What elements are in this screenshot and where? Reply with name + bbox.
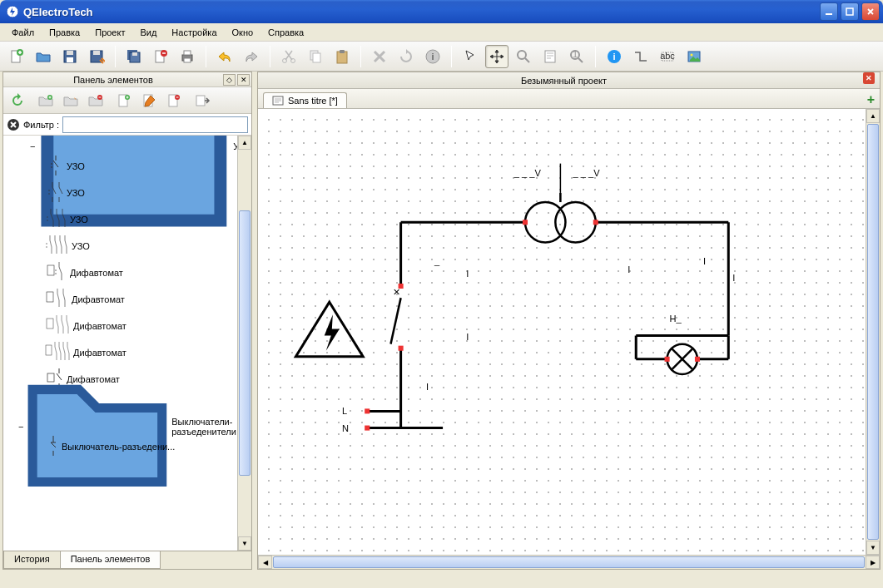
svg-rect-21 [313, 53, 320, 62]
save-button[interactable] [58, 45, 82, 68]
svg-rect-27 [545, 51, 555, 62]
panel-close-button[interactable]: ✕ [237, 74, 250, 86]
save-as-button[interactable] [85, 45, 108, 68]
sheet-tab-label: Sans titre [*] [288, 96, 338, 106]
panel-float-button[interactable]: ◇ [223, 74, 236, 86]
delete-button[interactable] [368, 45, 391, 68]
tree-item-label: УЗО [72, 241, 90, 251]
svg-text:I: I [628, 264, 630, 274]
svg-rect-84 [399, 284, 404, 289]
element-icon [45, 434, 62, 459]
new-button[interactable] [5, 45, 28, 68]
tree-item-label: УЗО [70, 215, 88, 225]
menu-project[interactable]: Проект [88, 26, 131, 39]
menu-settings[interactable]: Настройка [165, 26, 223, 39]
open-button[interactable] [32, 45, 55, 68]
window-minimize-button[interactable] [820, 2, 838, 21]
wire-tool[interactable] [629, 45, 652, 68]
panel-delete-element-button[interactable] [163, 90, 185, 111]
tree-folder[interactable]: − УЗО [30, 139, 251, 153]
menu-window[interactable]: Окно [226, 26, 260, 39]
paste-button[interactable] [330, 45, 354, 68]
svg-rect-47 [47, 319, 53, 329]
svg-rect-85 [399, 346, 404, 351]
drawing-canvas[interactable]: _ _ _V _ _ _V [258, 109, 880, 555]
zoom-reset-tool[interactable]: 1 [565, 45, 588, 68]
window-maximize-button[interactable] [841, 2, 859, 21]
menu-edit[interactable]: Правка [42, 26, 87, 39]
panel-edit-element-button[interactable] [138, 90, 160, 111]
page-tool[interactable] [538, 45, 562, 68]
tree-item[interactable]: Дифавтомат [45, 259, 251, 286]
scroll-up-icon[interactable]: ▲ [238, 136, 251, 150]
svg-text:1: 1 [573, 49, 578, 59]
svg-rect-1 [826, 13, 832, 15]
project-tab[interactable]: Безымянный проект [265, 72, 863, 88]
project-close-button[interactable]: ✕ [863, 72, 875, 84]
text-tool[interactable]: abc [656, 45, 679, 68]
scroll-down-icon[interactable]: ▼ [866, 541, 880, 555]
cut-button[interactable] [277, 45, 300, 68]
svg-point-56 [555, 202, 595, 242]
scroll-thumb[interactable] [239, 210, 251, 476]
panel-refresh-button[interactable] [7, 90, 28, 111]
add-sheet-button[interactable]: + [867, 92, 875, 107]
print-button[interactable] [176, 45, 199, 68]
sheet-tab[interactable]: Sans titre [*] [263, 92, 347, 108]
panel-delete-folder-button[interactable] [85, 90, 107, 111]
tree-item[interactable]: УЗО [45, 233, 251, 259]
rotate-button[interactable] [394, 45, 418, 68]
tab-history[interactable]: История [3, 551, 61, 569]
move-tool[interactable] [485, 45, 508, 68]
canvas-h-scrollbar[interactable]: ◀ ▶ [258, 555, 880, 569]
tree-item-label: Дифавтомат [70, 268, 123, 278]
info-button[interactable]: i [421, 45, 444, 68]
about-button[interactable]: i [603, 45, 626, 68]
scroll-down-icon[interactable]: ▼ [238, 536, 251, 551]
filter-input[interactable] [62, 116, 248, 133]
folder-icon [23, 362, 171, 492]
svg-point-35 [691, 53, 693, 56]
scroll-thumb[interactable] [273, 556, 865, 568]
menu-help[interactable]: Справка [261, 26, 310, 39]
menu-file[interactable]: Файл [5, 26, 41, 39]
clear-filter-icon[interactable] [7, 118, 20, 131]
zoom-tool[interactable] [512, 45, 535, 68]
panel-edit-folder-button[interactable] [60, 90, 82, 111]
element-icon [45, 234, 72, 259]
panel-new-element-button[interactable] [113, 90, 135, 111]
svg-rect-7 [67, 57, 73, 62]
tab-elements[interactable]: Панель элементов [60, 551, 161, 569]
svg-point-55 [525, 202, 565, 242]
tree-item[interactable]: Дифавтомат [45, 313, 251, 339]
element-icon [45, 154, 67, 179]
circuit-diagram: _ _ _V _ _ _V [258, 109, 880, 555]
element-icon [45, 180, 67, 205]
select-tool[interactable] [459, 45, 482, 68]
panel-new-folder-button[interactable] [35, 90, 57, 111]
undo-button[interactable] [213, 45, 236, 68]
menu-view[interactable]: Вид [133, 26, 163, 39]
filter-row: Фильтр : [3, 114, 251, 136]
image-tool[interactable] [682, 45, 706, 68]
svg-point-19 [291, 58, 295, 62]
svg-text:_: _ [434, 256, 440, 266]
close-button[interactable] [149, 45, 172, 68]
scroll-up-icon[interactable]: ▲ [866, 109, 880, 123]
scroll-right-icon[interactable]: ▶ [866, 556, 880, 569]
tree-item[interactable]: Дифавтомат [45, 286, 251, 313]
panel-tabs: История Панель элементов [3, 551, 251, 569]
panel-import-button[interactable] [191, 90, 213, 111]
tree-scrollbar[interactable]: ▲ ▼ [237, 136, 251, 551]
canvas-v-scrollbar[interactable]: ▲ ▼ [866, 109, 880, 555]
window-close-button[interactable] [861, 2, 880, 21]
save-all-button[interactable] [122, 45, 146, 68]
panel-title: Панель элементов [3, 75, 223, 85]
scroll-thumb[interactable] [867, 124, 879, 540]
elements-tree[interactable]: − УЗО УЗО УЗО УЗО УЗО Дифавтомат Дифавто… [3, 136, 251, 551]
scroll-left-icon[interactable]: ◀ [258, 556, 272, 569]
redo-button[interactable] [240, 45, 263, 68]
filter-label: Фильтр : [23, 120, 59, 130]
copy-button[interactable] [304, 45, 327, 68]
tree-folder[interactable]: − Выключатели-разъеденители [18, 419, 251, 433]
